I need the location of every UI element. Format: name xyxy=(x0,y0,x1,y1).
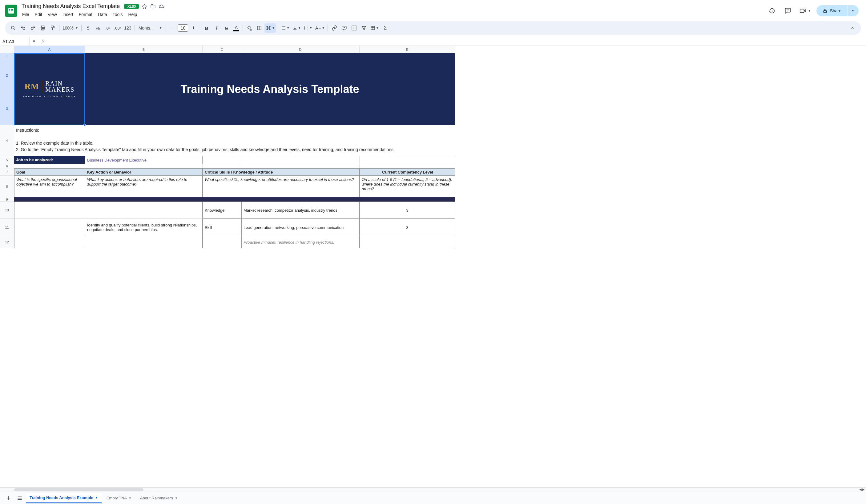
cell-instructions[interactable]: Instructions: 1. Review the example data… xyxy=(14,125,455,156)
cell-b10[interactable] xyxy=(85,202,202,219)
search-icon[interactable] xyxy=(9,23,18,33)
menu-tools[interactable]: Tools xyxy=(110,11,125,18)
cell-desc-goal[interactable]: What is the specific organizational obje… xyxy=(14,176,85,197)
history-icon[interactable] xyxy=(766,4,778,17)
filter-icon[interactable] xyxy=(359,23,368,33)
row-header-9[interactable]: 9 xyxy=(0,197,14,202)
name-box[interactable]: A1:A3 xyxy=(0,37,30,46)
vertical-align-icon[interactable]: ▼ xyxy=(291,23,302,33)
cell-header-skills[interactable]: Critical Skills / Knowledge / Attitude xyxy=(202,168,359,176)
menu-data[interactable]: Data xyxy=(96,11,110,18)
cell-c5[interactable] xyxy=(202,156,241,164)
sheet-tab-example[interactable]: Training Needs Analysis Example▼ xyxy=(26,493,102,503)
collapse-toolbar-icon[interactable] xyxy=(848,23,857,33)
italic-icon[interactable]: I xyxy=(212,23,221,33)
col-header-c[interactable]: C xyxy=(202,46,241,53)
increase-decimal-icon[interactable]: .00↑ xyxy=(113,23,123,33)
merge-cells-icon[interactable]: ▼ xyxy=(265,23,276,33)
text-color-icon[interactable]: A xyxy=(232,23,241,33)
cell-b11[interactable]: Identify and qualify potential clients, … xyxy=(85,219,202,236)
row-header-7[interactable]: 7 xyxy=(0,168,14,176)
text-rotation-icon[interactable]: A→▼ xyxy=(314,23,326,33)
row-header-11[interactable]: 11 xyxy=(0,219,14,236)
cell-a10[interactable] xyxy=(14,202,85,219)
cell-desc-level[interactable]: On a scale of 1-5 (1 = foundational, 5 =… xyxy=(359,176,455,197)
col-header-d[interactable]: D xyxy=(241,46,359,53)
col-header-b[interactable]: B xyxy=(85,46,202,53)
add-sheet-button[interactable]: + xyxy=(4,493,13,503)
row-header-2[interactable]: 2 xyxy=(0,59,14,92)
row-header-10[interactable]: 10 xyxy=(0,202,14,219)
col-header-e[interactable]: E xyxy=(359,46,455,53)
horizontal-align-icon[interactable]: ▼ xyxy=(280,23,291,33)
redo-icon[interactable] xyxy=(28,23,37,33)
fill-color-icon[interactable] xyxy=(245,23,254,33)
cell-d12[interactable]: Proactive mindset, resilience in handlin… xyxy=(241,236,359,248)
cell-b12[interactable] xyxy=(85,236,202,248)
percent-icon[interactable]: % xyxy=(93,23,102,33)
comment-icon[interactable] xyxy=(782,4,794,17)
move-icon[interactable] xyxy=(150,3,156,10)
cell-d10[interactable]: Market research, competitor analysis, in… xyxy=(241,202,359,219)
sheet-tab-empty-tna[interactable]: Empty TNA▼ xyxy=(103,493,135,503)
cell-e11[interactable]: 3 xyxy=(359,219,455,236)
row-header-4[interactable]: 4 xyxy=(0,125,14,156)
cell-c10[interactable]: Knowledge xyxy=(202,202,241,219)
undo-icon[interactable] xyxy=(19,23,28,33)
sheets-logo-icon[interactable] xyxy=(5,4,17,17)
cloud-status-icon[interactable] xyxy=(158,3,165,10)
font-size-input[interactable] xyxy=(178,24,188,32)
insert-chart-icon[interactable] xyxy=(349,23,359,33)
cell-job-label[interactable]: Job to be analyzed: xyxy=(14,156,85,164)
row-header-1[interactable]: 1 xyxy=(0,53,14,59)
cell-e10[interactable]: 3 xyxy=(359,202,455,219)
sheet-tab-about[interactable]: About Rainmakers▼ xyxy=(136,493,181,503)
functions-icon[interactable]: Σ xyxy=(380,23,390,33)
cell-header-level[interactable]: Current Competency Level xyxy=(359,168,455,176)
cell-a12[interactable] xyxy=(14,236,85,248)
currency-icon[interactable]: $ xyxy=(84,23,93,33)
cell-c12[interactable] xyxy=(202,236,241,248)
text-wrap-icon[interactable]: ▼ xyxy=(303,23,313,33)
menu-file[interactable]: File xyxy=(20,11,32,18)
menu-view[interactable]: View xyxy=(45,11,59,18)
scrollbar-thumb[interactable] xyxy=(14,488,143,491)
cell-e5[interactable] xyxy=(359,156,455,164)
font-size-increase[interactable]: + xyxy=(189,23,198,33)
row-header-6[interactable]: 6 xyxy=(0,164,14,168)
cell-desc-skills[interactable]: What specific skills, knowledge, or atti… xyxy=(202,176,359,197)
cell-divider-row[interactable] xyxy=(14,197,455,202)
cell-b6[interactable] xyxy=(85,164,202,168)
menu-edit[interactable]: Edit xyxy=(32,11,45,18)
table-view-icon[interactable]: ▼ xyxy=(369,23,380,33)
scroll-right-icon[interactable]: ▶ xyxy=(862,488,865,491)
row-header-3[interactable]: 3 xyxy=(0,92,14,125)
menu-help[interactable]: Help xyxy=(126,11,140,18)
share-button[interactable]: Share xyxy=(817,5,847,16)
insert-comment-icon[interactable] xyxy=(340,23,349,33)
formula-bar[interactable] xyxy=(48,37,866,46)
decrease-decimal-icon[interactable]: .0↓ xyxy=(103,23,112,33)
bold-icon[interactable]: B xyxy=(202,23,211,33)
zoom-select[interactable]: 100%▼ xyxy=(61,23,79,33)
cell-a11[interactable] xyxy=(14,219,85,236)
cell-a6[interactable] xyxy=(14,164,85,168)
select-all-corner[interactable] xyxy=(0,46,14,53)
cell-c6[interactable] xyxy=(202,164,241,168)
menu-format[interactable]: Format xyxy=(76,11,95,18)
meet-icon[interactable]: ▼ xyxy=(798,4,813,17)
row-header-5[interactable]: 5 xyxy=(0,156,14,164)
cell-d5[interactable] xyxy=(241,156,359,164)
tab-dropdown-icon[interactable]: ▼ xyxy=(129,497,132,500)
strikethrough-icon[interactable]: S xyxy=(222,23,231,33)
borders-icon[interactable] xyxy=(255,23,264,33)
row-header-12[interactable]: 12 xyxy=(0,236,14,248)
star-icon[interactable] xyxy=(141,3,147,10)
font-size-decrease[interactable]: − xyxy=(168,23,177,33)
cell-header-action[interactable]: Key Action or Behavior xyxy=(85,168,202,176)
cell-desc-action[interactable]: What key actions or behaviors are requir… xyxy=(85,176,202,197)
tab-dropdown-icon[interactable]: ▼ xyxy=(95,496,98,499)
horizontal-scrollbar[interactable]: ◀▶ xyxy=(0,488,866,492)
font-select[interactable]: Monts...▼ xyxy=(137,23,164,33)
cell-e6[interactable] xyxy=(359,164,455,168)
